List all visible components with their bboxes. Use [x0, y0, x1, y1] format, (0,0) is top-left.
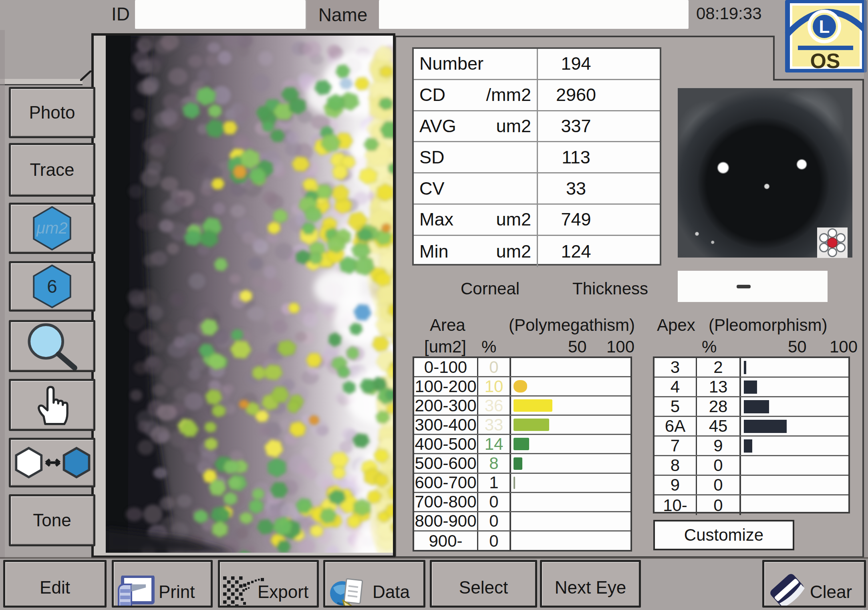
svg-text:μm2: μm2 [36, 219, 68, 237]
svg-text:6: 6 [47, 276, 57, 297]
